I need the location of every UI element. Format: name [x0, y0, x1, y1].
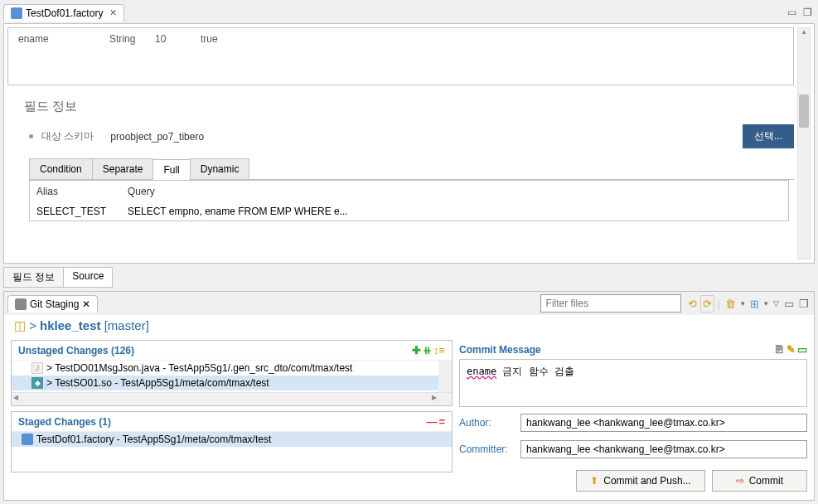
- staging-grid: Unstaged Changes (126) ✚ ⧺ ↕≡ J > TestDO…: [4, 340, 814, 500]
- left-column: Unstaged Changes (126) ✚ ⧺ ↕≡ J > TestDO…: [11, 340, 453, 493]
- commit-title: Commit Message: [459, 344, 541, 356]
- factory-file-icon: [22, 434, 33, 445]
- schema-row: 대상 스키마 proobject_po7_tibero 선택...: [29, 124, 794, 148]
- horizontal-scrollbar[interactable]: [12, 392, 452, 405]
- minimize-view-icon[interactable]: ▭: [782, 296, 796, 312]
- field-info-section: 필드 정보 대상 스키마 proobject_po7_tibero 선택... …: [4, 89, 814, 233]
- java-file-icon: J: [31, 362, 43, 374]
- edit-icon[interactable]: ▭: [797, 343, 807, 356]
- commit-actions: 🖹 ✎ ▭: [774, 343, 807, 356]
- committer-row: Committer:: [459, 439, 807, 460]
- signoff-icon[interactable]: ✎: [787, 343, 796, 356]
- grid-row[interactable]: ename String 10 true: [12, 32, 790, 46]
- staged-header: Staged Changes (1) — =: [12, 412, 452, 432]
- git-icon: [15, 298, 27, 310]
- commit-push-label: Commit and Push...: [603, 475, 690, 487]
- committer-label: Committer:: [459, 443, 515, 455]
- dropdown-icon[interactable]: ▾: [762, 298, 770, 309]
- unstaged-title: Unstaged Changes (126): [18, 345, 134, 356]
- unstaged-file-list: J > TestDO01MsgJson.java - TestApp5Sg1/.…: [12, 361, 452, 392]
- maximize-view-icon[interactable]: ❐: [797, 296, 811, 312]
- amend-icon[interactable]: 🖹: [774, 343, 785, 356]
- tab-full[interactable]: Full: [152, 159, 190, 180]
- editor-window-controls: ▭ ❐: [785, 5, 815, 20]
- editor-bottom-tabs: 필드 정보 Source: [3, 267, 815, 288]
- menu-icon[interactable]: ▽: [772, 298, 781, 309]
- git-staging-tab[interactable]: Git Staging ✕: [7, 295, 98, 313]
- committer-input[interactable]: [520, 440, 807, 458]
- minimize-icon[interactable]: ▭: [785, 5, 799, 20]
- commit-msg-word: ename: [467, 366, 496, 377]
- unstaged-panel: Unstaged Changes (126) ✚ ⧺ ↕≡ J > TestDO…: [11, 340, 453, 406]
- commit-panel: Commit Message 🖹 ✎ ▭ ename 금지 함수 검출: [459, 340, 807, 407]
- unstaged-actions: ✚ ⧺ ↕≡: [412, 344, 445, 356]
- commit-button[interactable]: ⇨ Commit: [712, 470, 807, 492]
- editor-area: ename String 10 true 필드 정보 대상 스키마 proobj…: [3, 23, 815, 264]
- tab-separate[interactable]: Separate: [92, 158, 154, 179]
- repo-name: hklee_test: [40, 318, 100, 332]
- git-staging-view: Git Staging ✕ ⟲ ⟳ | 🗑 ▾ ⊞ ▾ ▽ ▭ ❐ ◫ > hk…: [3, 291, 815, 501]
- vertical-scrollbar[interactable]: [438, 361, 452, 392]
- sync-icon[interactable]: ⟳: [700, 295, 714, 313]
- file-path: > TestSO01.so - TestApp5Sg1/meta/com/tma…: [46, 377, 269, 389]
- list-item[interactable]: TestDof01.factory - TestApp5Sg1/meta/com…: [12, 432, 452, 447]
- commit-icon: ⇨: [736, 475, 744, 487]
- filter-files-input[interactable]: [540, 294, 681, 313]
- col-query: Query: [128, 186, 782, 197]
- so-file-icon: ◆: [31, 377, 43, 389]
- sort-icon[interactable]: ↕≡: [433, 344, 445, 356]
- commit-msg-text: 금지 함수 검출: [496, 366, 574, 377]
- maximize-icon[interactable]: ❐: [801, 5, 815, 20]
- grid-panel: ename String 10 true: [7, 27, 794, 85]
- grid-cell-type: String: [103, 32, 148, 46]
- scrollbar-thumb[interactable]: [799, 94, 809, 128]
- query-table-row[interactable]: SELECT_TEST SELECT empno, ename FROM EMP…: [30, 202, 788, 220]
- grid-cell-bool: true: [194, 32, 240, 46]
- push-icon: ⬆: [590, 475, 598, 487]
- author-label: Author:: [459, 417, 515, 429]
- commit-label: Commit: [749, 475, 783, 487]
- grid-cell-len: 10: [148, 32, 194, 46]
- refresh-icon[interactable]: ⟲: [686, 296, 699, 312]
- field-info-title: 필드 정보: [24, 99, 794, 114]
- schema-select-button[interactable]: 선택...: [743, 124, 794, 148]
- author-input[interactable]: [520, 414, 807, 432]
- dropdown-icon[interactable]: ▾: [739, 298, 747, 309]
- staged-panel: Staged Changes (1) — = TestDof01.factory…: [11, 411, 453, 472]
- query-table-header: Alias Query: [30, 181, 788, 202]
- list-item[interactable]: ◆ > TestSO01.so - TestApp5Sg1/meta/com/t…: [12, 376, 452, 390]
- filter-box: [540, 294, 681, 313]
- editor-tab-testdof[interactable]: TestDof01.factory ✕: [3, 4, 124, 22]
- repo-icon: ◫: [14, 318, 26, 332]
- trash-icon[interactable]: 🗑: [724, 296, 738, 312]
- close-tab-icon[interactable]: ✕: [109, 7, 117, 18]
- editor-tab-bar: TestDof01.factory ✕ ▭ ❐: [0, 0, 818, 23]
- stage-all-icon[interactable]: ⧺: [423, 344, 432, 356]
- author-row: Author:: [459, 412, 807, 434]
- git-tab-title: Git Staging: [30, 298, 79, 310]
- unstage-all-icon[interactable]: =: [438, 415, 445, 428]
- tab-dynamic[interactable]: Dynamic: [190, 158, 250, 179]
- schema-label: 대상 스키마: [41, 129, 94, 143]
- bottom-tab-source[interactable]: Source: [63, 267, 113, 288]
- git-tab-bar: Git Staging ✕ ⟲ ⟳ | 🗑 ▾ ⊞ ▾ ▽ ▭ ❐: [4, 292, 814, 315]
- unstaged-header: Unstaged Changes (126) ✚ ⧺ ↕≡: [12, 341, 452, 361]
- staged-file-list: TestDof01.factory - TestApp5Sg1/meta/com…: [12, 432, 452, 472]
- col-alias: Alias: [36, 186, 128, 197]
- stage-icon[interactable]: ✚: [412, 344, 421, 356]
- commit-message-input[interactable]: ename 금지 함수 검출: [459, 359, 807, 407]
- file-path: > TestDO01MsgJson.java - TestApp5Sg1/.ge…: [46, 362, 352, 374]
- cell-query: SELECT empno, ename FROM EMP WHERE e...: [128, 206, 782, 217]
- layout-icon[interactable]: ⊞: [748, 296, 761, 312]
- cell-alias: SELECT_TEST: [36, 206, 128, 217]
- unstage-icon[interactable]: —: [426, 415, 437, 428]
- list-item[interactable]: J > TestDO01MsgJson.java - TestApp5Sg1/.…: [12, 361, 452, 376]
- bottom-tab-field[interactable]: 필드 정보: [3, 267, 64, 288]
- commit-header: Commit Message 🖹 ✎ ▭: [459, 340, 807, 359]
- tab-condition[interactable]: Condition: [29, 158, 93, 179]
- staged-actions: — =: [426, 415, 445, 428]
- editor-vertical-scrollbar[interactable]: [797, 27, 811, 259]
- commit-and-push-button[interactable]: ⬆ Commit and Push...: [576, 470, 704, 492]
- close-tab-icon[interactable]: ✕: [82, 298, 90, 310]
- schema-value: proobject_po7_tibero: [110, 131, 204, 143]
